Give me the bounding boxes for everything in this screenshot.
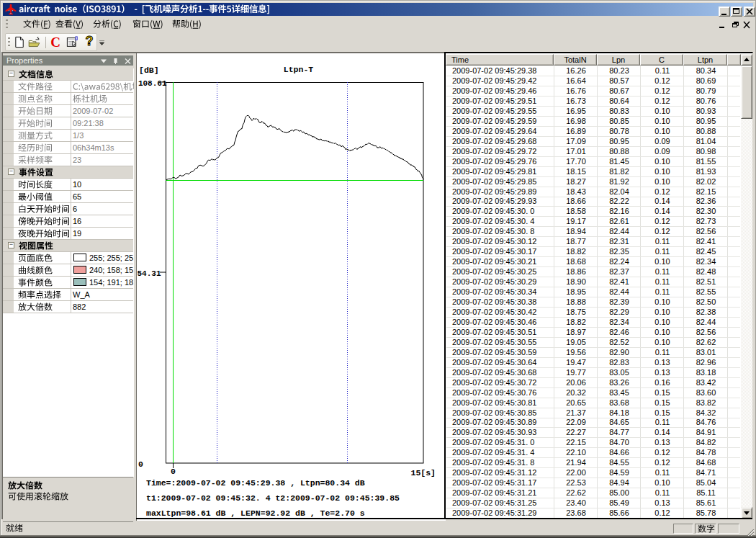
svg-text:Time=:2009-07-02 09:45:29.38 ,: Time=:2009-07-02 09:45:29.38 , Ltpn=80.3… — [146, 478, 365, 488]
svg-text:Ltpn-T: Ltpn-T — [284, 65, 314, 74]
svg-text:[dB]: [dB] — [139, 66, 159, 75]
svg-text:maxLtpn=98.61 dB , LEPN=92.92: maxLtpn=98.61 dB , LEPN=92.92 dB , Te=2.… — [146, 508, 365, 518]
svg-text:0: 0 — [138, 459, 143, 469]
svg-text:108.61: 108.61 — [138, 79, 167, 88]
svg-text:54.31: 54.31 — [138, 269, 161, 278]
svg-text:t1:2009-07-02 09:45:32. 4 t2:2: t1:2009-07-02 09:45:32. 4 t2:2009-07-02 … — [146, 493, 400, 503]
svg-text:15[s]: 15[s] — [411, 468, 436, 478]
